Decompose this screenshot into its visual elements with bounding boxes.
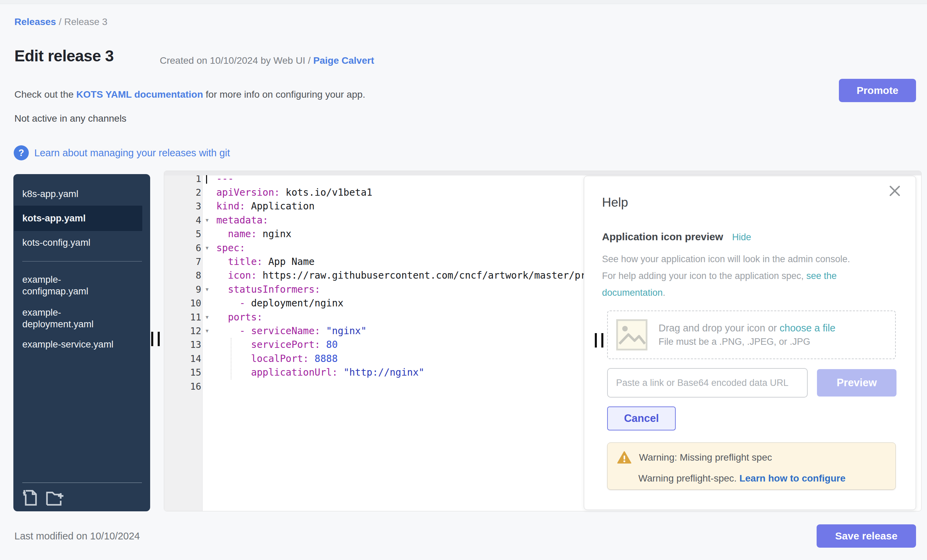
preview-button[interactable]: Preview xyxy=(817,369,897,396)
save-release-button[interactable]: Save release xyxy=(817,524,916,548)
fold-arrow-icon[interactable]: ▾ xyxy=(203,244,211,252)
dropzone-text: Drag and drop your icon or xyxy=(658,322,780,334)
line-number: 11 xyxy=(190,312,201,322)
code-text: - deployment/nginx xyxy=(211,297,343,309)
icon-preview-description: See how your application icon will look … xyxy=(602,251,863,301)
line-number: 5 xyxy=(196,229,201,239)
question-icon: ? xyxy=(14,145,29,160)
fold-arrow-icon[interactable]: ▾ xyxy=(203,217,211,224)
last-modified-text: Last modified on 10/10/2024 xyxy=(14,531,140,542)
line-number: 7 xyxy=(196,256,201,267)
file-list-divider xyxy=(22,261,142,261)
doc-suffix: for more info on configuring your app. xyxy=(203,89,365,100)
help-panel-title: Help xyxy=(602,195,628,210)
icon-preview-section-title: Application icon preview xyxy=(602,231,723,243)
code-text: spec: xyxy=(211,242,245,253)
line-number: 6 xyxy=(196,243,201,253)
breadcrumb-current: Release 3 xyxy=(64,17,107,27)
code-text: metadata: xyxy=(211,214,269,226)
file-list: k8s-app.yamlkots-app.yamlkots-config.yam… xyxy=(14,174,150,354)
new-folder-icon[interactable] xyxy=(46,490,67,506)
dropzone-filetypes: File must be a .PNG, .JPEG, or .JPG xyxy=(658,337,836,347)
doc-prefix: Check out the xyxy=(14,89,76,100)
warning-configure-link[interactable]: Learn how to configure xyxy=(740,473,846,484)
created-line: Created on 10/10/2024 by Web UI / Paige … xyxy=(160,55,374,66)
line-number: 15 xyxy=(190,367,201,378)
code-text: kind: Application xyxy=(211,200,315,212)
line-number: 12 xyxy=(190,326,201,336)
code-text: applicationUrl: "http://nginx" xyxy=(211,367,424,378)
file-item[interactable]: example- configmap.yaml xyxy=(22,269,142,302)
code-text: ports: xyxy=(211,311,263,323)
new-file-icon[interactable] xyxy=(22,489,38,507)
indent-guide xyxy=(231,338,231,379)
line-number: 4 xyxy=(196,215,201,226)
warning-body: Warning preflight-spec. xyxy=(638,473,740,484)
hide-link[interactable]: Hide xyxy=(732,232,751,243)
file-tree-resize-handle[interactable] xyxy=(151,332,160,346)
line-number: 2 xyxy=(196,187,201,198)
channel-status: Not active in any channels xyxy=(14,113,126,124)
file-item[interactable]: k8s-app.yaml xyxy=(22,184,142,203)
line-number: 3 xyxy=(196,201,201,211)
file-item[interactable]: example-service.yaml xyxy=(22,335,142,354)
line-number: 10 xyxy=(190,298,201,308)
warning-title: Warning: Missing preflight spec xyxy=(639,452,772,463)
cancel-button[interactable]: Cancel xyxy=(607,407,676,431)
icon-dropzone[interactable]: Drag and drop your icon or choose a file… xyxy=(607,311,896,359)
warning-icon xyxy=(617,451,632,464)
fold-arrow-icon[interactable]: ▾ xyxy=(203,327,211,334)
file-item[interactable]: kots-config.yaml xyxy=(22,233,142,252)
code-text: apiVersion: kots.io/v1beta1 xyxy=(211,187,372,198)
top-strip xyxy=(0,0,927,4)
line-number: 13 xyxy=(190,339,201,350)
breadcrumb: Releases/Release 3 xyxy=(14,17,107,27)
text-cursor xyxy=(206,175,207,184)
desc-period: . xyxy=(663,288,666,298)
code-text: name: nginx xyxy=(211,228,292,240)
line-number: 16 xyxy=(190,381,201,392)
promote-button[interactable]: Promote xyxy=(839,79,916,102)
line-number: 14 xyxy=(190,354,201,364)
code-text: icon: https://raw.githubusercontent.com/… xyxy=(211,270,592,281)
doc-line: Check out the KOTS YAML documentation fo… xyxy=(14,89,365,100)
code-text: statusInformers: xyxy=(211,284,320,295)
file-item[interactable]: kots-app.yaml xyxy=(14,206,142,231)
help-panel-resize-handle[interactable] xyxy=(595,333,603,348)
editor-top-strip xyxy=(164,171,921,176)
page-title: Edit release 3 xyxy=(14,47,114,65)
file-item[interactable]: example- deployment.yaml xyxy=(22,302,142,335)
choose-file-link[interactable]: choose a file xyxy=(780,322,836,334)
fold-arrow-icon[interactable]: ▾ xyxy=(203,286,211,293)
author-link[interactable]: Paige Calvert xyxy=(313,55,374,66)
code-text: - serviceName: "nginx" xyxy=(211,325,366,337)
file-tree-actions xyxy=(22,483,142,511)
icon-url-input[interactable] xyxy=(607,368,808,398)
line-number: 9 xyxy=(196,284,201,295)
created-text: Created on 10/10/2024 by Web UI / xyxy=(160,55,313,66)
close-icon[interactable] xyxy=(889,185,901,197)
warning-banner: Warning: Missing preflight spec Warning … xyxy=(607,442,896,490)
git-help-row[interactable]: ? Learn about managing your releases wit… xyxy=(14,145,230,160)
code-text: title: App Name xyxy=(211,256,315,267)
image-placeholder-icon xyxy=(616,319,647,351)
git-learn-link[interactable]: Learn about managing your releases with … xyxy=(34,147,230,159)
help-panel: Help Application icon preview Hide See h… xyxy=(584,176,916,510)
fold-arrow-icon[interactable]: ▾ xyxy=(203,314,211,321)
breadcrumb-releases-link[interactable]: Releases xyxy=(14,17,56,27)
breadcrumb-separator: / xyxy=(59,17,61,27)
line-number: 8 xyxy=(196,270,201,281)
kots-yaml-doc-link[interactable]: KOTS YAML documentation xyxy=(76,89,203,100)
file-tree-panel: k8s-app.yamlkots-app.yamlkots-config.yam… xyxy=(14,174,150,511)
